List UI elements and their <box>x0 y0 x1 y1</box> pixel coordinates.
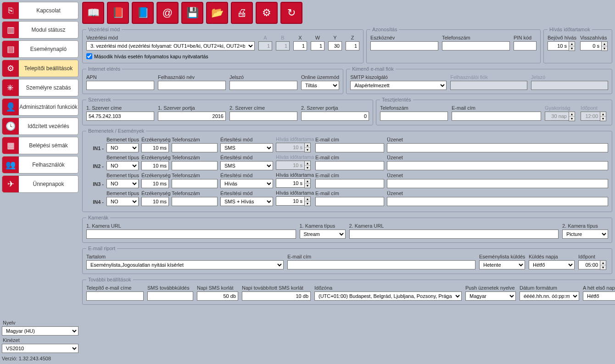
nav-icon: ▦ <box>2 137 19 154</box>
in-phone-input[interactable] <box>172 197 218 206</box>
net-user-input[interactable] <box>158 81 226 90</box>
val-y[interactable] <box>328 41 342 50</box>
sidebar-item-9[interactable]: ✈Ünnepnapok <box>2 175 78 193</box>
sidebar-item-7[interactable]: ▦Belépési sémák <box>2 137 78 154</box>
net-pass-input[interactable] <box>229 81 297 90</box>
sidebar-item-0[interactable]: ⎘Kapcsolat <box>2 2 78 19</box>
report-email-input[interactable] <box>287 260 475 269</box>
cam1-url-input[interactable] <box>86 230 296 239</box>
apn-input[interactable] <box>86 81 154 90</box>
installer-email-input[interactable] <box>86 291 144 301</box>
toolbar-write-icon[interactable]: 📕 <box>107 2 129 24</box>
in-msg-input[interactable] <box>387 179 608 188</box>
report-freq-select[interactable]: Hetente <box>479 260 525 269</box>
in-phone-input[interactable] <box>172 179 218 188</box>
smtp-pass-input <box>531 81 608 90</box>
server2-port-input[interactable] <box>301 112 369 121</box>
sidebar-item-2[interactable]: ▤Eseménynapló <box>2 40 78 58</box>
nav-label: Kapcsolat <box>19 7 78 14</box>
pin-input[interactable] <box>514 41 537 50</box>
in-calldur-spin <box>276 143 304 152</box>
in-notify-select[interactable]: SMS <box>220 161 273 170</box>
in-email-input[interactable] <box>315 161 384 170</box>
cam2-url-input[interactable] <box>349 230 559 239</box>
in-phone-input[interactable] <box>172 161 218 170</box>
in-sens-input[interactable] <box>141 197 169 206</box>
in-type-select[interactable]: NO <box>106 143 139 152</box>
nav-label: Modul státusz <box>19 27 78 33</box>
in-email-input[interactable] <box>315 197 384 206</box>
in-calldur-spin[interactable] <box>276 196 304 206</box>
toolbar-settings-reload-icon[interactable]: ↻ <box>280 2 302 24</box>
sidebar-item-5[interactable]: 👤Adminisztrátori funkciók <box>2 98 78 116</box>
second-call-checkbox[interactable] <box>86 53 92 59</box>
nav-label: Adminisztrátori funkciók <box>19 104 78 110</box>
online-mode-select[interactable]: Tiltás <box>301 81 339 90</box>
in-type-select[interactable]: NO <box>106 161 139 170</box>
nav-icon: ▤ <box>2 41 19 57</box>
in-notify-select[interactable]: SMS <box>220 143 273 152</box>
in-msg-input[interactable] <box>387 161 608 170</box>
val-z[interactable] <box>346 41 359 50</box>
toolbar-settings-save-icon[interactable]: ⚙ <box>256 2 278 24</box>
phone-input[interactable] <box>442 41 510 50</box>
input-row-label: IN1 - <box>86 146 104 152</box>
nav-icon: ▥ <box>2 22 19 38</box>
toolbar-open-icon[interactable]: 📂 <box>206 2 228 24</box>
in-calldur-spin <box>276 161 304 170</box>
nav-icon: 👥 <box>2 157 19 173</box>
in-sens-input[interactable] <box>141 161 169 170</box>
push-lang-select[interactable]: Magyar <box>465 291 516 301</box>
sidebar-item-6[interactable]: 🕓Időzített vezérlés <box>2 118 78 135</box>
server2-addr-input[interactable] <box>229 112 297 121</box>
nav-icon: ✈ <box>2 176 19 192</box>
in-email-input[interactable] <box>315 179 384 188</box>
date-format-select[interactable]: éééé.hh.nn. óó:pp:mm <box>520 291 579 301</box>
sms-forward-input[interactable] <box>147 291 193 301</box>
report-time-spin[interactable] <box>578 260 600 269</box>
smtp-server-select[interactable]: Alapértelmezett <box>350 81 447 90</box>
daily-sms-input[interactable] <box>197 291 238 301</box>
in-calldur-spin[interactable] <box>276 179 304 188</box>
nav-label: Telepítői beállítások <box>19 65 78 72</box>
in-notify-select[interactable]: SMS + Hívás <box>220 197 273 206</box>
first-day-select[interactable]: Hétfő <box>583 291 615 301</box>
lang-select[interactable]: Magyar (HU) <box>2 326 78 336</box>
report-content-select[interactable]: Eseménylista,Jogosulatlan nyitási kísérl… <box>86 260 284 269</box>
toolbar-save-device-icon[interactable]: 📘 <box>132 2 154 24</box>
incoming-call-spin[interactable] <box>548 41 569 50</box>
in-msg-input[interactable] <box>387 143 608 152</box>
in-email-input[interactable] <box>315 143 384 152</box>
in-type-select[interactable]: NO <box>106 179 139 188</box>
in-sens-input[interactable] <box>141 143 169 152</box>
in-msg-input[interactable] <box>387 197 608 206</box>
mode-select[interactable]: 3. vezérlési mód (vezérlési folyamat: OU… <box>86 41 255 50</box>
timezone-select[interactable]: (UTC+01:00) Budapest, Belgrád, Ljubljana… <box>314 291 462 301</box>
toolbar-email-icon[interactable]: @ <box>157 2 179 24</box>
test-phone-input[interactable] <box>380 112 448 121</box>
in-type-select[interactable]: NO <box>106 197 139 206</box>
val-x[interactable] <box>293 41 307 50</box>
sidebar-item-3[interactable]: ⚙Telepítői beállítások <box>2 60 78 77</box>
callback-spin[interactable] <box>580 41 601 50</box>
toolbar-read-icon[interactable]: 📖 <box>82 2 104 24</box>
report-day-select[interactable]: Hétfő <box>529 260 575 269</box>
device-name-input[interactable] <box>370 41 438 50</box>
cam2-type-select[interactable]: Picture <box>562 230 608 239</box>
sidebar-item-1[interactable]: ▥Modul státusz <box>2 21 78 39</box>
daily-fwd-sms-input[interactable] <box>242 291 311 301</box>
in-phone-input[interactable] <box>172 143 218 152</box>
sidebar-item-8[interactable]: 👥Felhasználók <box>2 156 78 174</box>
skin-select[interactable]: VS2010 <box>2 344 78 353</box>
toolbar-print-icon[interactable]: 🖨 <box>231 2 253 24</box>
toolbar-save-file-icon[interactable]: 💾 <box>181 2 203 24</box>
server1-port-input[interactable] <box>158 112 226 121</box>
in-notify-select[interactable]: Hívás <box>220 179 273 188</box>
val-w[interactable] <box>311 41 324 50</box>
in-sens-input[interactable] <box>141 179 169 188</box>
server1-addr-input[interactable] <box>86 112 154 121</box>
test-email-input[interactable] <box>452 112 541 121</box>
cam1-type-select[interactable]: Stream <box>300 230 346 239</box>
vezerles-legend: Vezérlési mód <box>86 27 122 32</box>
sidebar-item-4[interactable]: ⛯Személyre szabás <box>2 79 78 96</box>
